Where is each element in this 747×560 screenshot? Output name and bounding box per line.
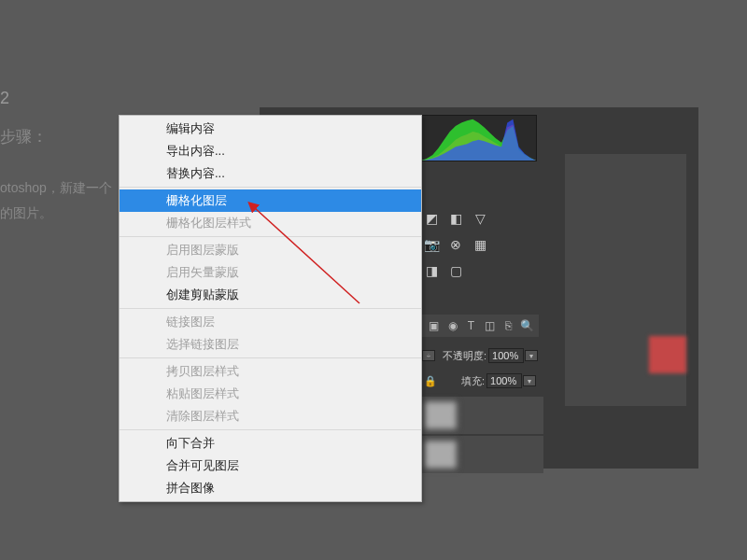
menu-item[interactable]: 栅格化图层 [120,189,421,212]
menu-item: 清除图层样式 [120,405,421,427]
menu-item[interactable]: 替换内容... [120,162,421,185]
bg-step-label: 步骤： [0,126,48,147]
channels-tab-icon[interactable]: ◉ [444,317,460,334]
adjustments-panel: ◩ ◧ ▽ 📷 ⊗ ▦ ◨ ▢ [422,210,548,288]
adj-invert-icon[interactable]: ◨ [422,262,441,279]
adj-diagonal-icon[interactable]: ◩ [422,210,441,227]
menu-item[interactable]: 编辑内容 [120,118,421,140]
link-tab-icon[interactable]: ⎘ [500,317,516,334]
adj-triangle-icon[interactable]: ▽ [471,210,489,227]
menu-item[interactable]: 导出内容... [120,140,421,162]
menu-item[interactable]: 拼合图像 [120,477,421,499]
opacity-row: ÷ 不透明度: 100% ▾ [422,345,538,366]
histogram-chart [421,116,536,161]
adj-camera-icon[interactable]: 📷 [422,236,441,253]
layer-context-menu: 编辑内容导出内容...替换内容...栅格化图层栅格化图层样式启用图层蒙版启用矢量… [119,115,422,502]
menu-item: 启用图层蒙版 [120,239,421,261]
histogram-panel[interactable] [420,115,537,161]
menu-item: 启用矢量蒙版 [120,261,421,284]
menu-item[interactable]: 创建剪贴蒙版 [120,284,421,306]
opacity-dropdown-icon[interactable]: ▾ [525,350,538,361]
layer-thumb [424,400,458,430]
blend-mode-dropdown[interactable]: ÷ [422,350,435,361]
layer-list [422,397,543,475]
opacity-value[interactable]: 100% [488,348,524,363]
layer-thumb [424,440,458,469]
bg-number: 2 [0,89,9,108]
bg-text-line2: 的图片。 [0,205,52,222]
menu-item: 链接图层 [120,311,421,333]
crop-tab-icon[interactable]: ◫ [482,317,498,334]
layer-item[interactable] [422,436,543,473]
fill-label: 填充: [461,374,485,388]
menu-item[interactable]: 合并可见图层 [120,455,421,477]
menu-item[interactable]: 向下合并 [120,432,421,455]
menu-item: 粘贴图层样式 [120,383,421,405]
fill-value[interactable]: 100% [486,373,522,388]
fill-dropdown-icon[interactable]: ▾ [523,375,536,386]
adj-exposure-icon[interactable]: ◧ [446,210,465,227]
layers-tab-icon[interactable]: ▣ [426,317,442,334]
search-tab-icon[interactable]: 🔍 [519,317,535,334]
lock-icon[interactable]: 🔒 [422,372,439,389]
layer-item[interactable] [422,397,543,434]
adj-grid-icon[interactable]: ▦ [471,236,489,253]
layers-tabs-row: ▣ ◉ T ◫ ⎘ 🔍 [422,315,539,337]
adj-channel-icon[interactable]: ⊗ [446,236,465,253]
adj-square-icon[interactable]: ▢ [446,262,465,279]
menu-item: 选择链接图层 [120,333,421,356]
color-swatch[interactable] [649,336,686,373]
menu-item: 拷贝图层样式 [120,360,421,383]
opacity-label: 不透明度: [443,349,486,363]
bg-text-line1: otoshop，新建一个 [0,180,112,197]
type-tab-icon[interactable]: T [463,317,479,334]
menu-item: 栅格化图层样式 [120,212,421,234]
fill-row: 🔒 填充: 100% ▾ [422,371,536,391]
